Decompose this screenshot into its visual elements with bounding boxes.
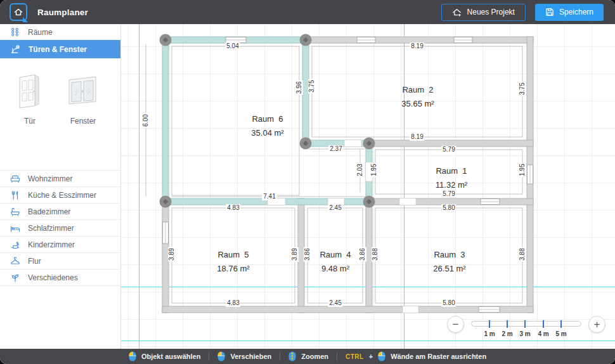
scale-label: 3 m	[519, 330, 530, 337]
room-name: Raum 4	[320, 250, 351, 259]
room-label-raum-5[interactable]: Raum 5 18.76 m²	[217, 250, 249, 273]
room-label-raum-2[interactable]: Raum 2 35.65 m²	[401, 85, 434, 108]
dimension-label: 5.79	[441, 190, 456, 198]
tool-door[interactable]: Tür	[8, 72, 52, 126]
hint-move: Verschieben	[217, 351, 271, 361]
fork-knife-icon	[10, 190, 20, 200]
house-plus-icon	[452, 8, 462, 17]
zoom-out-button[interactable]: −	[447, 316, 464, 333]
new-project-label: Neues Projekt	[467, 8, 515, 16]
category-flur[interactable]: Flur	[0, 253, 120, 270]
new-project-button[interactable]: Neues Projekt	[441, 4, 526, 21]
app-logo	[10, 3, 27, 21]
dimension-label: 2.45	[328, 204, 342, 212]
room-area: 35.04 m²	[251, 128, 283, 138]
room-name: Raum 5	[217, 250, 249, 259]
sidebar: Räume Türen & Fenster	[0, 24, 121, 349]
zoom-in-button[interactable]: +	[588, 316, 605, 333]
room-name: Raum 3	[433, 250, 465, 259]
room-label-raum-1[interactable]: Raum 1 11.32 m²	[436, 166, 467, 190]
bathtub-icon	[10, 207, 20, 217]
rooms-grid-icon	[10, 27, 20, 37]
hint-label: Wände am Raster ausrichten	[391, 353, 486, 360]
dimension-label: 7.41	[262, 193, 276, 200]
save-button[interactable]: Speichern	[535, 4, 604, 21]
category-badezimmer[interactable]: Badezimmer	[0, 204, 120, 220]
house-icon	[13, 7, 23, 17]
door-plus-icon	[10, 44, 20, 55]
dimension-label: 2.45	[328, 299, 342, 307]
hint-snap-walls: CTRL + Wände am Raster ausrichten	[346, 351, 486, 361]
dimension-label: 5.80	[441, 204, 456, 212]
app-title: Raumplaner	[37, 8, 88, 17]
sidebar-item-tueren-fenster[interactable]: Türen & Fenster	[0, 40, 120, 58]
status-bar: Objekt auswählen Verschieben Zoomen C	[0, 349, 615, 364]
dimension-label: 5.79	[441, 146, 456, 153]
category-kueche-esszimmer[interactable]: Küche & Esszimmer	[0, 187, 120, 204]
room-label-raum-3[interactable]: Raum 3 26.51 m²	[433, 250, 465, 273]
divider	[209, 353, 209, 361]
hint-zoom: Zoomen	[288, 351, 328, 361]
dimension-label: 3.88	[372, 247, 379, 261]
dimension-label: 2.37	[328, 145, 343, 153]
dimension-label: 3.86	[359, 247, 366, 261]
plant-icon	[10, 273, 20, 283]
room-area: 9.48 m²	[320, 264, 351, 273]
door-window-tools: Tür Fenster	[0, 61, 120, 131]
dimension-label: 3.75	[308, 79, 316, 93]
room-name: Raum 6	[251, 114, 283, 124]
category-wohnzimmer[interactable]: Wohnzimmer	[0, 171, 120, 187]
hint-label: Verschieben	[230, 353, 271, 360]
plus-sign: +	[369, 353, 373, 360]
scale-ruler	[471, 321, 581, 327]
dimension-label: 3.86	[304, 247, 311, 261]
hint-label: Zoomen	[301, 353, 328, 360]
category-verschiedenes[interactable]: Verschiedenes	[0, 270, 120, 286]
dimension-label: 6.00	[142, 113, 150, 127]
scale-label: 5 m	[555, 330, 566, 337]
mouse-left-click-icon	[217, 351, 225, 361]
dimension-label: 3.75	[519, 81, 526, 96]
scale-tick	[489, 320, 490, 328]
dimension-label: 3.89	[168, 247, 176, 261]
mouse-left-click-icon	[378, 351, 385, 361]
room-label-raum-6[interactable]: Raum 6 35.04 m²	[251, 114, 283, 138]
dimension-label: 5.04	[225, 42, 240, 50]
sidebar-item-raeume[interactable]: Räume	[0, 24, 120, 40]
category-label: Verschiedenes	[28, 273, 78, 282]
door-illustration-icon	[13, 72, 46, 109]
divider	[337, 353, 337, 361]
save-label: Speichern	[559, 8, 593, 16]
dimension-label: 4.83	[226, 204, 240, 212]
mouse-left-click-icon	[129, 351, 136, 361]
scale-label: 1 m	[484, 330, 495, 337]
dimension-label: 2.03	[356, 162, 364, 177]
category-label: Wohnzimmer	[28, 174, 72, 183]
floor-plan-canvas[interactable]: 5.04 8.19 6.00 3.96 3.75 3.75 8.19 2.37 …	[120, 24, 615, 349]
dimension-label: 3.89	[291, 247, 299, 261]
room-area: 26.51 m²	[433, 264, 465, 273]
dimension-label: 1.95	[370, 162, 378, 177]
category-schlafzimmer[interactable]: Schlafzimmer	[0, 220, 120, 237]
rocking-horse-icon	[10, 240, 20, 250]
room-category-list: Wohnzimmer Küche & Esszimmer Badezimmer …	[0, 170, 120, 286]
room-area: 35.65 m²	[401, 99, 434, 108]
scale-tick	[543, 320, 544, 328]
mouse-wheel-icon	[288, 351, 296, 361]
room-label-raum-4[interactable]: Raum 4 9.48 m²	[320, 250, 351, 273]
category-kinderzimmer[interactable]: Kinderzimmer	[0, 237, 120, 253]
floor-plan[interactable]	[120, 24, 615, 349]
tool-window[interactable]: Fenster	[61, 72, 105, 126]
category-label: Flur	[28, 257, 41, 266]
app-window: Raumplaner Neues Projekt Speichern	[0, 0, 615, 364]
scale-tick	[560, 320, 562, 328]
category-label: Schlafzimmer	[28, 224, 74, 233]
scale-label: 4 m	[538, 330, 548, 337]
save-icon	[545, 8, 554, 16]
hint-select-object: Objekt auswählen	[129, 351, 201, 361]
category-label: Küche & Esszimmer	[28, 191, 96, 200]
category-label: Badezimmer	[28, 207, 70, 216]
logo-fold	[23, 17, 28, 22]
dimension-label: 8.19	[410, 42, 424, 50]
door-openings[interactable]	[268, 140, 418, 313]
